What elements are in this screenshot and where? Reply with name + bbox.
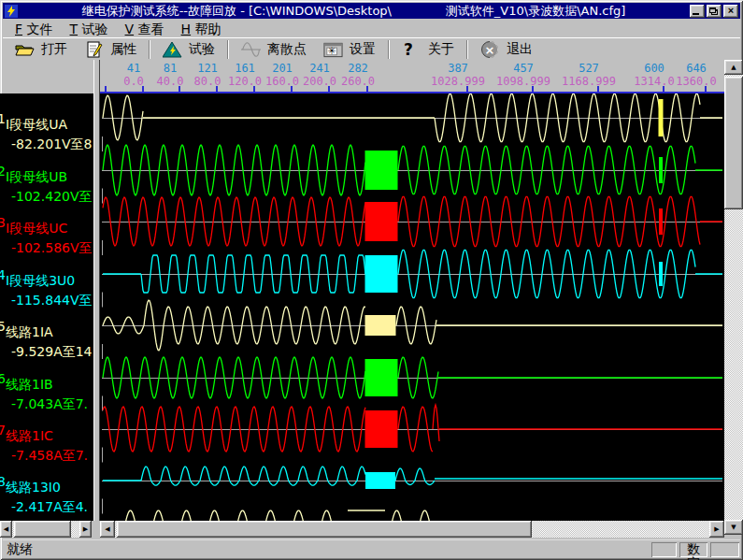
ruler-tick xyxy=(216,86,218,92)
toolbar-button-label: 关于 xyxy=(428,41,454,58)
ruler-tick xyxy=(466,86,468,92)
ruler-time-label: 1098.999 xyxy=(496,75,550,88)
channel-name: 8线路13I0 xyxy=(0,472,88,497)
run-test-button[interactable]: 试验 xyxy=(154,38,223,60)
panel-splitter[interactable] xyxy=(93,60,100,521)
channel-label[interactable]: 4Ⅰ段母线3U0-115.844V至 xyxy=(0,266,93,310)
plot-scroll-right-button[interactable]: ▶ xyxy=(709,521,724,538)
ruler-sample-label: 201 xyxy=(272,62,293,75)
selection-marker-square[interactable] xyxy=(365,410,398,448)
test-icon xyxy=(163,40,182,59)
scroll-down-button[interactable]: ▼ xyxy=(724,520,743,535)
ruler-sample-label: 161 xyxy=(235,62,255,75)
channel-number: 2 xyxy=(0,162,6,181)
labels-scroll-right-button[interactable]: ▶ xyxy=(79,521,92,538)
ruler-sample-label: 121 xyxy=(197,62,218,75)
selection-marker-square[interactable] xyxy=(365,255,398,293)
channel-label[interactable]: 5线路1IA-9.529A至14 xyxy=(0,317,93,362)
ruler-tick xyxy=(663,86,664,92)
settings-button[interactable]: ✳设置 xyxy=(315,38,384,60)
menu-help[interactable]: H 帮助 xyxy=(173,21,230,37)
channel-label[interactable]: 6线路1IB-7.043A至7. xyxy=(0,369,88,414)
cursor-marker-bar[interactable] xyxy=(659,208,663,235)
window-title: 继电保护测试系统--故障回放 - [C:\WINDOWS\Desktop\ 测试… xyxy=(21,4,686,19)
labels-horizontal-scrollbar[interactable]: ◀ ▶ xyxy=(0,521,92,538)
vscroll-thumb[interactable] xyxy=(724,77,743,209)
labels-scroll-left-button[interactable]: ◀ xyxy=(0,521,12,538)
channel-label[interactable]: 1Ⅰ段母线UA-82.201V至8 xyxy=(0,109,93,154)
menu-view[interactable]: V 查看 xyxy=(117,21,173,37)
ruler-tick xyxy=(142,86,144,92)
menu-file[interactable]: F 文件 xyxy=(7,21,62,37)
cursor-marker-bar[interactable] xyxy=(659,262,663,286)
toolbar-button-label: 退出 xyxy=(507,41,533,58)
app-window: 继电保护测试系统--故障回放 - [C:\WINDOWS\Desktop\ 测试… xyxy=(0,0,743,560)
ruler-sample-label: 527 xyxy=(579,62,599,75)
channel-labels-panel: 1Ⅰ段母线UA-82.201V至82Ⅰ段母线UB-102.420V至3Ⅰ段母线U… xyxy=(0,93,93,521)
about-button[interactable]: ?关于 xyxy=(393,38,463,60)
selection-marker-square[interactable] xyxy=(365,315,396,336)
settings-icon: ✳ xyxy=(323,40,343,59)
scroll-up-button[interactable]: ▲ xyxy=(724,60,743,75)
ruler-time-label: 1314.0 xyxy=(634,75,674,88)
channel-name: 1Ⅰ段母线UA xyxy=(0,109,93,135)
minimize-icon xyxy=(693,13,699,15)
open-button[interactable]: 打开 xyxy=(7,38,76,60)
toolbar-button-label: 打开 xyxy=(41,41,67,58)
selection-marker-square[interactable] xyxy=(365,472,395,489)
channel-label[interactable]: 8线路13I0-2.417A至4. xyxy=(0,472,88,517)
cursor-marker-bar[interactable] xyxy=(659,99,664,136)
plot-horizontal-scrollbar[interactable]: ◀ ▶ xyxy=(100,521,724,538)
timeline-ruler: 410.08140.012180.0161120.0201160.0241200… xyxy=(100,60,724,93)
selection-marker-square[interactable] xyxy=(365,202,398,241)
ruler-time-label: 0.0 xyxy=(123,75,144,88)
channel-name: 6线路1IB xyxy=(0,369,88,395)
restore-button[interactable] xyxy=(707,5,722,18)
ruler-time-label: 200.0 xyxy=(303,75,336,88)
waveform-trace-ch1 xyxy=(103,93,722,141)
properties-button[interactable]: 属性 xyxy=(76,38,145,60)
channel-name: 2Ⅰ段母线UB xyxy=(0,162,93,187)
channel-label[interactable]: 2Ⅰ段母线UB-102.420V至 xyxy=(0,162,93,207)
close-button[interactable]: × xyxy=(723,5,738,18)
channel-label[interactable]: 7线路1IC-7.458A至7. xyxy=(0,421,88,466)
ruler-time-label: 1028.999 xyxy=(431,75,485,88)
channel-range: -102.420V至 xyxy=(0,187,93,207)
channel-name: 7线路1IC xyxy=(0,421,88,446)
svg-text:?: ? xyxy=(404,40,413,59)
labels-hscroll-thumb[interactable] xyxy=(14,521,71,538)
cursor-marker-bar[interactable] xyxy=(659,157,663,183)
channel-number: 5 xyxy=(0,317,6,337)
channel-label[interactable]: 3Ⅰ段母线UC-102.586V至 xyxy=(0,213,93,258)
minimize-button[interactable] xyxy=(690,5,705,18)
ruler-tick xyxy=(179,86,180,92)
channel-range: -115.844V至 xyxy=(0,291,93,310)
menu-bar: F 文件T 试验V 查看H 帮助 xyxy=(3,20,740,37)
ruler-tick xyxy=(328,86,330,92)
ruler-sample-label: 41 xyxy=(127,62,140,75)
plot-hscroll-thumb[interactable] xyxy=(117,521,532,538)
ruler-tick xyxy=(253,86,255,92)
open-folder-icon xyxy=(15,40,35,59)
vertical-scrollbar[interactable]: ▲ ▼ xyxy=(724,60,743,535)
selection-marker-square[interactable] xyxy=(365,359,398,396)
discrete-points-button[interactable]: 离散点 xyxy=(233,38,315,60)
ruler-sample-label: 600 xyxy=(644,62,664,75)
exit-button[interactable]: ×退出 xyxy=(472,38,541,60)
ruler-sample-label: 646 xyxy=(686,62,707,75)
selection-marker-square[interactable] xyxy=(365,151,398,190)
channel-range: -9.529A至14 xyxy=(0,342,93,362)
plot-scroll-left-button[interactable]: ◀ xyxy=(100,521,115,538)
toolbar-separator xyxy=(466,40,468,59)
waveform-plot[interactable] xyxy=(100,93,724,521)
channel-number: 3 xyxy=(0,213,6,233)
title-bar[interactable]: 继电保护测试系统--故障回放 - [C:\WINDOWS\Desktop\ 测试… xyxy=(3,3,740,19)
discrete-icon xyxy=(241,40,261,59)
channel-name: 4Ⅰ段母线3U0 xyxy=(0,266,93,291)
about-icon: ? xyxy=(402,40,422,59)
app-icon[interactable] xyxy=(5,5,18,18)
menu-test[interactable]: T 试验 xyxy=(62,21,117,37)
ruler-sample-label: 241 xyxy=(309,62,330,75)
toolbar-button-label: 设置 xyxy=(350,41,376,58)
waveform-trace-ch8 xyxy=(103,467,722,485)
